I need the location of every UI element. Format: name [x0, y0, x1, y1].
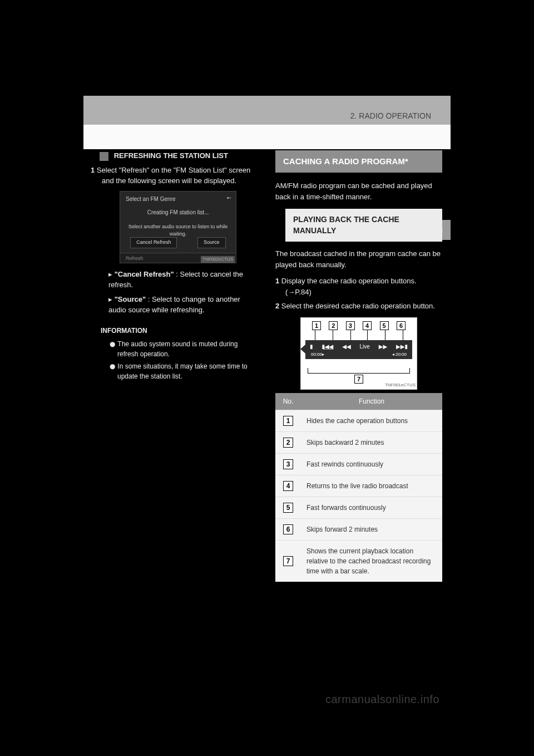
refresh-heading: REFRESHING THE STATION LIST	[114, 151, 228, 160]
back-icon[interactable]: ←	[227, 194, 231, 202]
screenshot-title: Select an FM Genre	[126, 195, 175, 203]
screenshot-code: TNF002cCTUS	[201, 256, 235, 263]
playback-subheading: PLAYING BACK THE CACHE MANUALLY	[285, 209, 442, 242]
row-num: 7	[283, 556, 293, 566]
info-bullet-1-text: The audio system sound is muted during r…	[117, 340, 238, 358]
row-num: 1	[283, 416, 293, 426]
step-number: 2	[275, 302, 279, 310]
source-desc: ▸ "Source" : Select to change to another…	[108, 294, 259, 316]
play-indicator-icon	[300, 345, 305, 354]
offset-time: -01:08	[322, 346, 333, 352]
table-row: 3 Fast rewinds continuously	[275, 453, 442, 475]
screenshot-button-row: Cancel Refresh Source	[120, 237, 236, 248]
row-num: 2	[283, 438, 293, 448]
callout-6: 6	[397, 321, 406, 330]
playback-bar: ▮ ▮◀◀ ◀◀ Live ▶▶ ▶▶▮ 00:00▸ -01:08 ◂ 20:…	[305, 340, 412, 359]
step-1-text: Select "Refresh" on the "FM Station List…	[97, 166, 250, 185]
watermark: carmanualsonline.info	[325, 693, 439, 706]
table-row: 7 Shows the current playback location re…	[275, 540, 442, 582]
th-function: Function	[301, 393, 442, 410]
playback-controls: ▮ ▮◀◀ ◀◀ Live ▶▶ ▶▶▮	[305, 340, 412, 351]
bullet-icon: ●	[110, 340, 117, 348]
left-step-1: 1 Select "Refresh" on the "FM Station Li…	[102, 165, 259, 186]
time-right: ◂ 20:00	[392, 351, 407, 358]
source-label: "Source"	[115, 295, 146, 303]
callout-lines	[312, 330, 406, 340]
information-block: INFORMATION ● The audio system sound is …	[101, 326, 259, 381]
step-number: 1	[275, 277, 279, 285]
function-table: No. Function 1 Hides the cache operation…	[275, 393, 442, 582]
row-num: 6	[283, 524, 293, 534]
row-text: Fast rewinds continuously	[301, 453, 442, 475]
info-bullet-2-text: In some situations, it may take some tim…	[117, 362, 248, 380]
playback-intro: The broadcast cached in the program cach…	[275, 248, 442, 270]
bullet-icon: ●	[110, 362, 117, 370]
skip-fwd-icon[interactable]: ▶▶▮	[396, 342, 408, 351]
table-row: 5 Fast forwards continuously	[275, 497, 442, 518]
arrow-icon: ▸	[108, 295, 115, 303]
page: 2. RADIO OPERATION 3 REFRESHING THE STAT…	[0, 0, 534, 756]
screenshot-message: Creating FM station list...	[120, 208, 236, 217]
bracket-icon	[308, 368, 410, 374]
right-step-1-text: Display the cache radio operation button…	[281, 277, 417, 296]
rewind-icon[interactable]: ◀◀	[342, 342, 350, 351]
info-bullet-1: ● The audio system sound is muted during…	[117, 339, 259, 359]
callout-5: 5	[380, 321, 389, 330]
cancel-refresh-desc: ▸ "Cancel Refresh" : Select to cancel th…	[108, 269, 259, 291]
row-text: Skips backward 2 minutes	[301, 431, 442, 453]
row-text: Skips forward 2 minutes	[301, 518, 442, 540]
caching-heading: CACHING A RADIO PROGRAM*	[275, 150, 442, 173]
th-no: No.	[275, 393, 301, 410]
caching-intro: AM/FM radio program can be cached and pl…	[275, 180, 442, 202]
table-row: 1 Hides the cache operation buttons	[275, 410, 442, 431]
callout-7: 7	[354, 375, 363, 384]
right-column: CACHING A RADIO PROGRAM* AM/FM radio pro…	[275, 150, 442, 656]
heading-square-icon	[100, 152, 108, 161]
table-row: 4 Returns to the live radio broadcast	[275, 475, 442, 497]
information-title: INFORMATION	[101, 326, 259, 336]
fm-genre-screenshot: Select an FM Genre ← Creating FM station…	[120, 191, 236, 263]
table-row: 6 Skips forward 2 minutes	[275, 518, 442, 540]
ffwd-icon[interactable]: ▶▶	[379, 342, 387, 351]
source-button[interactable]: Source	[197, 237, 226, 248]
row-text: Returns to the live radio broadcast	[301, 475, 442, 497]
row-text: Hides the cache operation buttons	[301, 410, 442, 431]
row-num: 4	[283, 481, 293, 491]
callout-2: 2	[329, 321, 338, 330]
cancel-refresh-button[interactable]: Cancel Refresh	[130, 237, 177, 248]
content-area: REFRESHING THE STATION LIST 1 Select "Re…	[92, 150, 442, 656]
right-step-2-text: Select the desired cache radio operation…	[281, 302, 435, 310]
breadcrumb: 2. RADIO OPERATION	[350, 111, 431, 120]
time-left: 00:00▸	[311, 351, 324, 358]
header-lower-bar	[83, 125, 451, 149]
row-text: Shows the current playback location rela…	[301, 540, 442, 582]
table-row: 2 Skips backward 2 minutes	[275, 431, 442, 453]
step-number: 1	[91, 166, 95, 174]
live-button[interactable]: Live	[360, 342, 370, 351]
hide-icon[interactable]: ▮	[310, 342, 313, 351]
callout-1: 1	[312, 321, 321, 330]
cancel-refresh-label: "Cancel Refresh"	[115, 270, 174, 278]
arrow-icon: ▸	[108, 270, 115, 278]
cache-control-diagram: 1 2 3 4 5 6 ▮ ▮◀◀ ◀◀	[300, 317, 417, 390]
header-gray-bar	[83, 96, 451, 125]
screenshot-subtext: Select another audio source to listen to…	[120, 223, 236, 238]
playback-times: 00:00▸ -01:08 ◂ 20:00	[311, 351, 407, 358]
right-step-2: 2 Select the desired cache radio operati…	[285, 301, 442, 312]
row-num: 5	[283, 503, 293, 513]
refresh-heading-row: REFRESHING THE STATION LIST	[100, 150, 259, 161]
info-bullet-2: ● In some situations, it may take some t…	[117, 361, 259, 381]
row-num: 3	[283, 459, 293, 469]
left-column: REFRESHING THE STATION LIST 1 Select "Re…	[92, 150, 259, 656]
callout-3: 3	[346, 321, 355, 330]
right-step-1: 1 Display the cache radio operation butt…	[285, 276, 442, 297]
callout-4: 4	[363, 321, 372, 330]
row-text: Fast forwards continuously	[301, 497, 442, 518]
diagram-code: TNF001eCTUS	[385, 382, 416, 389]
callout-row: 1 2 3 4 5 6	[312, 321, 406, 330]
